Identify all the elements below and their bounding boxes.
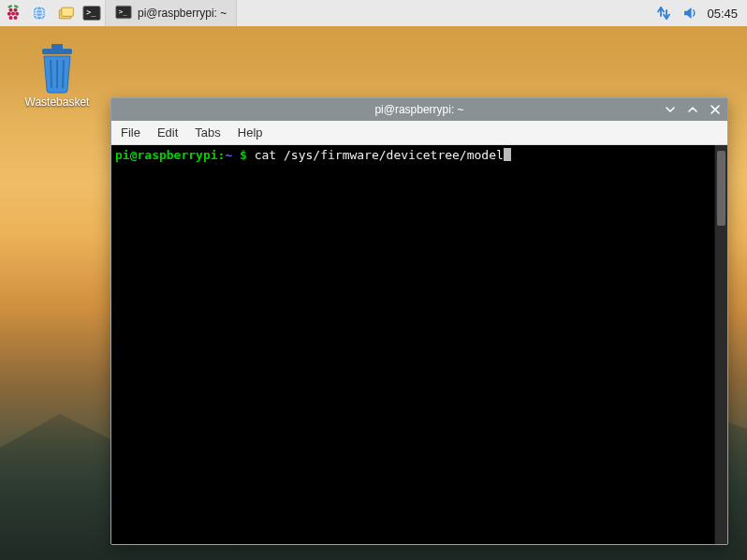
network-icon[interactable] xyxy=(654,4,673,22)
terminal-launcher-icon[interactable]: >_ xyxy=(79,0,105,26)
svg-point-2 xyxy=(7,12,11,16)
volume-icon[interactable] xyxy=(681,4,699,22)
window-maximize-button[interactable] xyxy=(686,103,699,116)
window-close-button[interactable] xyxy=(709,103,722,116)
desktop-icon-wastebasket[interactable]: Wastebasket xyxy=(17,41,97,109)
svg-rect-21 xyxy=(51,44,63,49)
prompt-dollar: $ xyxy=(240,148,247,162)
menu-tabs[interactable]: Tabs xyxy=(195,125,220,140)
taskbar-tray: 05:45 xyxy=(654,4,747,22)
terminal-cursor xyxy=(504,148,511,161)
window-buttons xyxy=(664,98,722,121)
window-titlebar[interactable]: pi@raspberrypi: ~ xyxy=(111,98,727,121)
svg-point-1 xyxy=(14,8,18,12)
prompt-user-host: pi@raspberrypi xyxy=(115,148,218,162)
terminal-command: cat /sys/firmware/devicetree/model xyxy=(255,148,504,162)
svg-point-0 xyxy=(9,8,13,12)
window-title: pi@raspberrypi: ~ xyxy=(374,103,463,116)
web-browser-icon[interactable] xyxy=(26,0,52,26)
terminal-scrollbar[interactable] xyxy=(714,145,727,544)
menu-file[interactable]: File xyxy=(121,125,140,140)
prompt-path: ~ xyxy=(225,148,232,162)
clock[interactable]: 05:45 xyxy=(707,7,738,21)
taskbar-app-label: pi@raspberrypi: ~ xyxy=(138,7,227,20)
menu-edit[interactable]: Edit xyxy=(157,125,178,140)
window-minimize-button[interactable] xyxy=(664,103,677,116)
raspberry-menu-icon[interactable] xyxy=(0,0,26,26)
svg-rect-15 xyxy=(62,7,74,16)
svg-point-6 xyxy=(14,16,18,20)
menu-help[interactable]: Help xyxy=(238,125,263,140)
file-manager-icon[interactable] xyxy=(52,0,79,26)
taskbar: >_ >_ pi@raspberrypi: ~ 05:45 xyxy=(0,0,747,26)
svg-line-24 xyxy=(63,60,64,88)
svg-line-22 xyxy=(51,60,51,88)
svg-point-8 xyxy=(14,5,20,8)
svg-point-5 xyxy=(9,16,13,20)
svg-point-3 xyxy=(11,11,15,15)
terminal-window: pi@raspberrypi: ~ File Edit Tabs Help pi… xyxy=(110,97,728,545)
menu-bar: File Edit Tabs Help xyxy=(111,121,727,145)
svg-text:>_: >_ xyxy=(119,7,128,16)
taskbar-left: >_ >_ pi@raspberrypi: ~ xyxy=(0,0,237,26)
wastebasket-icon xyxy=(33,41,81,94)
svg-rect-20 xyxy=(42,49,72,54)
taskbar-app-button[interactable]: >_ pi@raspberrypi: ~ xyxy=(105,0,237,26)
terminal-icon: >_ xyxy=(115,5,132,22)
desktop-icon-label: Wastebasket xyxy=(17,96,97,109)
terminal[interactable]: pi@raspberrypi:~ $ cat /sys/firmware/dev… xyxy=(111,145,714,544)
svg-point-4 xyxy=(15,12,19,16)
svg-point-7 xyxy=(7,5,13,8)
scrollbar-thumb[interactable] xyxy=(717,151,725,226)
svg-text:>_: >_ xyxy=(86,8,96,18)
terminal-area: pi@raspberrypi:~ $ cat /sys/firmware/dev… xyxy=(111,145,727,544)
